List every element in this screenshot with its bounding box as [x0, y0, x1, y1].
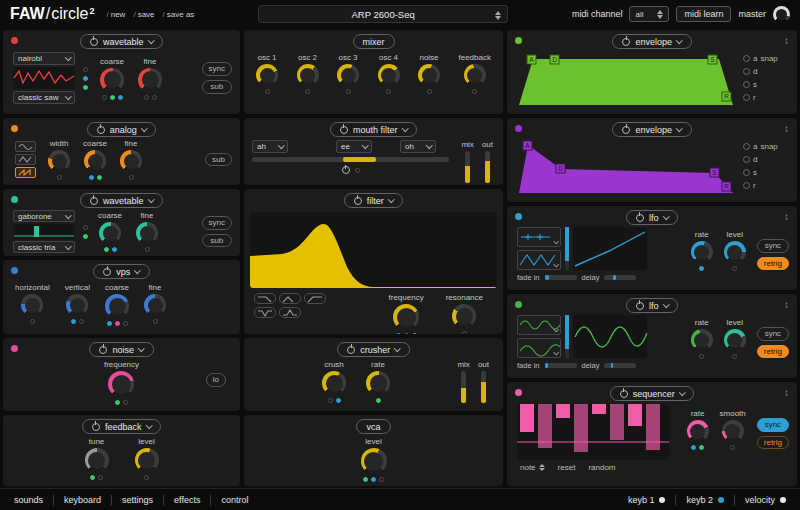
mod-slot[interactable] [79, 319, 84, 324]
mod-slot[interactable] [83, 234, 88, 239]
mod-slot[interactable] [30, 319, 35, 324]
mod-slot[interactable] [145, 247, 150, 252]
fine-knob[interactable] [136, 222, 158, 244]
lfo2-header[interactable]: lfo [626, 298, 678, 313]
shape-select[interactable]: classic tria [13, 241, 75, 253]
mod-slot[interactable] [98, 475, 103, 480]
power-icon[interactable] [636, 302, 644, 310]
keyb1-indicator[interactable]: keyb 1 [618, 495, 676, 505]
highpass-button[interactable] [304, 293, 326, 304]
power-icon[interactable] [99, 346, 107, 354]
midi-learn-button[interactable]: midi learn [676, 6, 731, 22]
lo-button[interactable]: lo [206, 373, 226, 387]
level-knob[interactable] [724, 329, 746, 351]
rate-knob[interactable] [691, 329, 713, 351]
mod-slot[interactable] [336, 398, 341, 403]
wave-morph-slider[interactable] [565, 227, 569, 270]
filter-header[interactable]: filter [344, 193, 404, 208]
coarse-knob[interactable] [99, 222, 121, 244]
reorder-updown-icon[interactable]: ↕ [784, 300, 789, 310]
osc4-level-knob[interactable] [378, 64, 400, 86]
lfo1-header[interactable]: lfo [626, 210, 678, 225]
release-handle[interactable]: R [724, 93, 729, 100]
mod-slot[interactable] [90, 475, 95, 480]
tune-knob[interactable] [85, 448, 109, 472]
power-icon[interactable] [347, 346, 355, 354]
attack-handle[interactable]: A [529, 56, 534, 63]
s-radio[interactable] [743, 81, 750, 88]
delay-slider[interactable] [604, 275, 636, 280]
mod-slot[interactable] [363, 477, 368, 482]
wavetable-select[interactable]: nairobi [13, 52, 75, 65]
sub-button[interactable]: sub [205, 153, 232, 167]
mod-slot[interactable] [97, 175, 102, 180]
fine-knob[interactable] [138, 68, 162, 92]
out-meter[interactable]: out [478, 360, 489, 403]
note-mode-button[interactable]: note [520, 463, 545, 472]
formant-morph-slider[interactable] [252, 157, 449, 162]
fine-knob[interactable] [120, 150, 142, 172]
coarse-knob[interactable] [84, 150, 106, 172]
mod-slot[interactable] [71, 319, 76, 324]
mod-slot[interactable] [57, 175, 62, 180]
filter-curve-display[interactable] [250, 212, 497, 288]
velocity-indicator[interactable]: velocity [735, 495, 796, 505]
triangle-wave-button[interactable] [15, 154, 36, 165]
reorder-updown-icon[interactable]: ↕ [784, 36, 789, 46]
mod-slot[interactable] [104, 247, 109, 252]
formant-a-select[interactable]: ah [252, 140, 288, 153]
mod-slot[interactable] [386, 89, 391, 94]
mod-slot[interactable] [699, 445, 704, 450]
envelope2-header[interactable]: envelope [612, 122, 691, 137]
mod-slot[interactable] [305, 89, 310, 94]
feedback-header[interactable]: feedback [82, 419, 161, 434]
envelope-graph[interactable]: A D S R [517, 51, 735, 107]
power-icon[interactable] [342, 166, 350, 174]
sync-button[interactable]: sync [202, 216, 232, 230]
mod-slot[interactable] [83, 225, 88, 230]
mod-slot[interactable] [102, 95, 107, 100]
mod-slot[interactable] [699, 266, 704, 271]
sub-button[interactable]: sub [202, 80, 232, 94]
sync-button[interactable]: sync [757, 327, 789, 341]
fade-in-slider[interactable] [545, 363, 577, 368]
mod-slot[interactable] [346, 89, 351, 94]
mod-slot[interactable] [730, 445, 735, 450]
out-meter[interactable]: out [482, 140, 493, 183]
keyb2-indicator[interactable]: keyb 2 [676, 495, 734, 505]
decay-handle[interactable]: D [552, 56, 557, 63]
s-radio[interactable] [743, 169, 750, 176]
osc2-level-knob[interactable] [297, 64, 319, 86]
lfo-wave-b-select[interactable] [517, 250, 561, 270]
rate-knob[interactable] [687, 420, 709, 442]
lfo-waveform-display[interactable] [573, 227, 647, 270]
mod-slot[interactable] [462, 331, 467, 334]
mod-slot[interactable] [265, 89, 270, 94]
decay-handle[interactable]: D [558, 165, 563, 172]
mod-slot[interactable] [115, 400, 120, 405]
mod-slot[interactable] [379, 477, 384, 482]
wavetable-select[interactable]: gaborone [13, 210, 75, 222]
crusher-header[interactable]: crusher [337, 342, 410, 357]
sine-wave-button[interactable] [15, 141, 36, 152]
waveform-display[interactable] [13, 224, 75, 239]
menu-save[interactable]: /save [133, 10, 154, 19]
osc3-level-knob[interactable] [337, 64, 359, 86]
wavetable1-header[interactable]: wavetable [80, 34, 163, 49]
power-icon[interactable] [622, 38, 630, 46]
power-icon[interactable] [97, 126, 105, 134]
mod-slot[interactable] [144, 475, 149, 480]
wavetable2-header[interactable]: wavetable [80, 193, 163, 208]
power-icon[interactable] [90, 38, 98, 46]
release-handle[interactable]: R [724, 183, 729, 190]
sync-button[interactable]: sync [757, 239, 789, 253]
mod-slot[interactable] [129, 175, 134, 180]
mod-slot[interactable] [118, 95, 123, 100]
snap-toggle[interactable]: snap [760, 142, 777, 151]
power-led[interactable] [515, 37, 522, 44]
mod-slot[interactable] [396, 333, 401, 334]
mod-slot[interactable] [404, 333, 409, 334]
power-icon[interactable] [92, 423, 100, 431]
shape-select[interactable]: classic saw [13, 91, 75, 104]
power-led[interactable] [515, 213, 522, 220]
